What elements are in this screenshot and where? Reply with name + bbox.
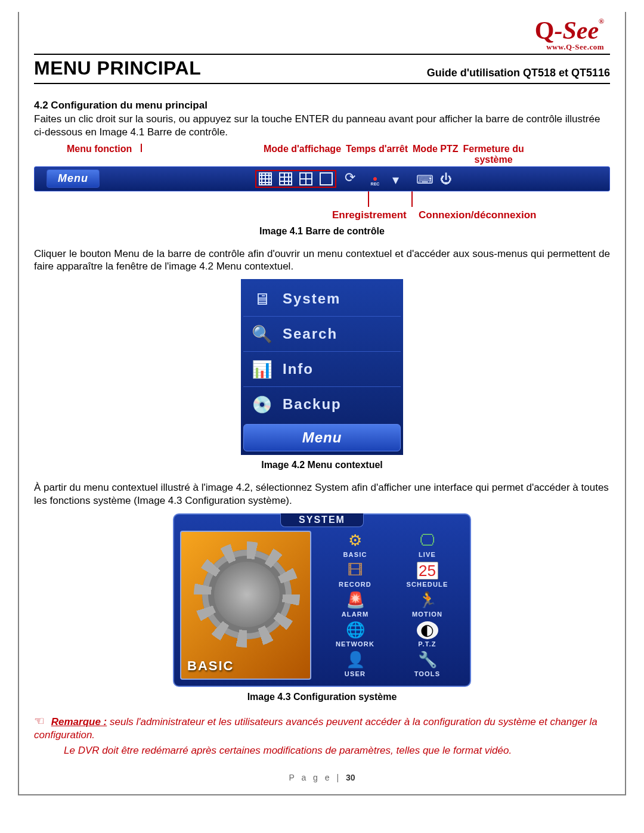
search-icon: 🔍 [252,324,272,344]
network-icon: 🌐 [345,621,366,639]
label-mode-ptz: Mode PTZ [413,144,458,165]
system-item-motion[interactable]: 🏃MOTION [394,592,460,620]
logo-area: Q-See® www.Q-See.com [34,12,610,54]
system-item-label: SCHEDULE [394,581,460,588]
context-menu-item-label: Search [283,326,338,342]
system-panel: SYSTEM BASIC ⚙BASIC🖵LIVE🎞RECORD25SCHEDUL… [173,513,471,687]
info-icon: 📊 [252,359,272,379]
view-4-icon[interactable] [299,172,312,185]
system-item-label: BASIC [322,551,388,558]
system-left-pane: BASIC [180,531,311,680]
footer-label: P a g e [289,773,332,782]
control-bar: Menu [34,166,610,191]
context-menu-button[interactable]: Menu [243,424,401,451]
schedule-icon: 25 [417,562,438,580]
context-menu-item-label: Info [283,361,314,377]
figure-4-1: Menu fonction Mode d'affichage Temps d'a… [34,144,610,221]
alarm-icon: 🚨 [345,592,366,609]
dwell-icon[interactable] [345,172,358,185]
remark-line2: Le DVR doit être redémarré après certain… [64,744,610,757]
tools-icon: 🔧 [417,651,438,669]
context-menu-item-system[interactable]: 🖥System [243,281,401,316]
system-item-label: MOTION [394,611,460,618]
page-title: MENU PRINCIPAL [34,57,201,79]
context-menu-item-backup[interactable]: 💿Backup [243,386,401,422]
system-item-label: LIVE [394,551,460,558]
label-fermeture-systeme-l1: Fermeture du [463,144,524,154]
figure-4-3: SYSTEM BASIC ⚙BASIC🖵LIVE🎞RECORD25SCHEDUL… [34,513,610,687]
remark-line1: seuls l'administrateur et les utilisateu… [34,716,597,741]
system-item-basic[interactable]: ⚙BASIC [322,532,388,561]
label-fermeture-systeme-l2: système [475,154,513,165]
record-icon: 🎞 [345,562,366,580]
label-connexion: Connexion/déconnexion [419,209,536,221]
context-menu-item-label: Backup [283,396,342,413]
system-item-label: NETWORK [322,640,388,648]
remark: ☜ Remarque : seuls l'administrateur et l… [34,713,610,742]
page-subtitle: Guide d'utilisation QT518 et QT5116 [427,67,610,79]
system-item-label: USER [322,670,388,677]
backup-icon: 💿 [252,394,272,414]
caption-4-1: Image 4.1 Barre de contrôle [34,226,610,237]
menu-button[interactable]: Menu [47,169,100,188]
display-mode-group [255,170,336,188]
gear-icon [202,550,292,639]
section-heading: 4.2 Configuration du menu principal [34,100,610,112]
view-1-icon[interactable] [320,172,333,185]
intro-paragraph: Faites un clic droit sur la souris, ou a… [34,113,610,139]
footer-page-number: 30 [346,773,355,782]
context-menu-item-search[interactable]: 🔍Search [243,316,401,351]
live-icon: 🖵 [417,532,438,550]
context-menu-item-info[interactable]: 📊Info [243,351,401,386]
view-9-icon[interactable] [279,172,292,185]
user-icon: 👤 [345,651,366,669]
system-item-tools[interactable]: 🔧TOOLS [394,651,460,680]
monitor-icon: 🖥 [252,289,272,309]
figure-4-2: 🖥System🔍Search📊Info💿Backup Menu [34,279,610,455]
remark-key: Remarque : [51,716,107,727]
ptz-icon[interactable] [392,172,405,185]
motion-icon: 🏃 [417,592,438,609]
basic-icon: ⚙ [345,532,366,550]
system-item-label: P.T.Z [394,640,460,648]
paragraph-3: À partir du menu contextuel illustré à l… [34,481,610,507]
label-menu-fonction: Menu fonction [67,144,132,154]
system-item-schedule[interactable]: 25SCHEDULE [394,562,460,590]
system-left-label: BASIC [187,658,234,674]
system-item-live[interactable]: 🖵LIVE [394,532,460,561]
system-title: SYSTEM [280,513,364,527]
brand-logo: Q-See® www.Q-See.com [535,18,604,51]
login-icon[interactable] [416,172,429,185]
system-item-label: TOOLS [394,670,460,677]
page-footer: P a g e | 30 [34,773,610,782]
paragraph-2: Cliquer le bouton Menu de la barre de co… [34,247,610,274]
footer-sep: | [332,773,346,782]
system-item-user[interactable]: 👤USER [322,651,388,680]
system-grid: ⚙BASIC🖵LIVE🎞RECORD25SCHEDULE🚨ALARM🏃MOTIO… [318,531,464,680]
system-item-label: RECORD [322,581,388,588]
system-item-alarm[interactable]: 🚨ALARM [322,592,388,620]
power-icon[interactable] [440,172,453,185]
title-bar: MENU PRINCIPAL Guide d'utilisation QT518… [34,54,610,84]
system-item-label: ALARM [322,611,388,618]
context-menu: 🖥System🔍Search📊Info💿Backup Menu [241,279,403,455]
label-enregistrement: Enregistrement [332,209,416,221]
view-16-icon[interactable] [259,172,272,185]
context-menu-button-label: Menu [302,429,342,445]
hand-icon: ☜ [34,714,45,727]
label-temps-arret: Temps d'arrêt [346,144,408,165]
system-item-ptz[interactable]: ◐P.T.Z [394,621,460,650]
record-icon[interactable] [369,172,382,185]
caption-4-3: Image 4.3 Configuration système [34,692,610,702]
system-item-network[interactable]: 🌐NETWORK [322,621,388,650]
caption-4-2: Image 4.2 Menu contextuel [34,460,610,470]
system-item-record[interactable]: 🎞RECORD [322,562,388,590]
context-menu-item-label: System [283,290,340,307]
label-mode-affichage: Mode d'affichage [264,144,341,165]
ptz-icon: ◐ [417,621,438,639]
